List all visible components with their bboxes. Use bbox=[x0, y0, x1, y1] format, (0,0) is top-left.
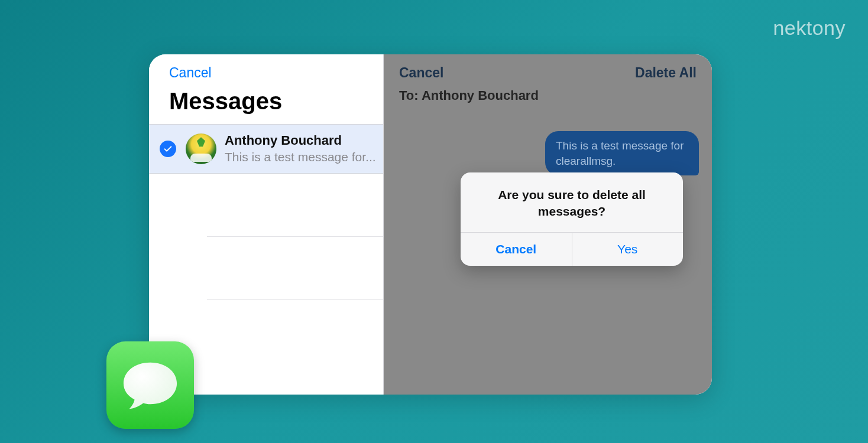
list-divider bbox=[207, 174, 383, 237]
avatar bbox=[186, 133, 216, 164]
list-divider bbox=[207, 237, 383, 300]
alert-button-row: Cancel Yes bbox=[461, 232, 683, 266]
device-window: Cancel Messages Anthony Bouchard This is… bbox=[149, 54, 712, 395]
messages-app-icon bbox=[106, 341, 194, 429]
alert-message: Are you sure to delete all messages? bbox=[461, 172, 683, 232]
conversation-text: Anthony Bouchard This is a test message … bbox=[225, 133, 376, 165]
left-navbar: Cancel bbox=[149, 54, 383, 84]
brand-logo: nektony bbox=[773, 17, 846, 40]
conversation-preview: This is a test message for... bbox=[225, 149, 376, 165]
alert-yes-button[interactable]: Yes bbox=[572, 233, 684, 266]
conversation-row[interactable]: Anthony Bouchard This is a test message … bbox=[149, 125, 383, 174]
cancel-button[interactable]: Cancel bbox=[169, 65, 212, 81]
confirm-delete-alert: Are you sure to delete all messages? Can… bbox=[461, 172, 683, 266]
check-icon bbox=[163, 144, 173, 154]
conversation-pane: Cancel Dalete All To: Anthony Bouchard T… bbox=[384, 54, 712, 395]
alert-cancel-button[interactable]: Cancel bbox=[461, 233, 572, 266]
page-title: Messages bbox=[149, 84, 383, 124]
conversation-name: Anthony Bouchard bbox=[225, 133, 376, 148]
selection-check-icon[interactable] bbox=[160, 141, 176, 157]
message-bubble: This is a test message for clearallmsg. bbox=[545, 131, 699, 175]
